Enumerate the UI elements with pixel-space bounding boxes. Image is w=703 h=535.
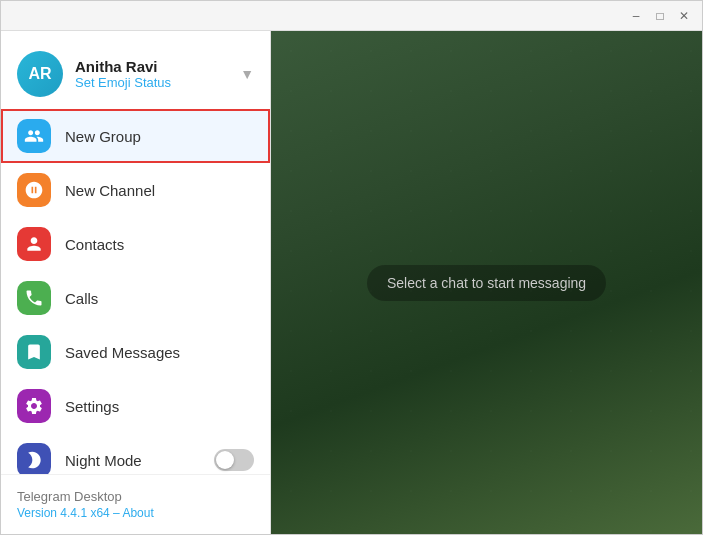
- saved-messages-label: Saved Messages: [65, 344, 254, 361]
- profile-dropdown-chevron[interactable]: ▼: [240, 66, 254, 82]
- night-mode-label: Night Mode: [65, 452, 200, 469]
- profile-info: Anitha Ravi Set Emoji Status: [75, 58, 228, 90]
- calls-icon: [17, 281, 51, 315]
- sidebar-item-contacts[interactable]: Contacts: [1, 217, 270, 271]
- app-content: AR Anitha Ravi Set Emoji Status ▼ New Gr…: [1, 31, 702, 534]
- avatar: AR: [17, 51, 63, 97]
- contacts-icon: [17, 227, 51, 261]
- sidebar-item-new-group[interactable]: New Group: [1, 109, 270, 163]
- chat-placeholder-text: Select a chat to start messaging: [367, 265, 606, 301]
- new-channel-icon: [17, 173, 51, 207]
- new-channel-label: New Channel: [65, 182, 254, 199]
- maximize-button[interactable]: □: [650, 6, 670, 26]
- profile-name: Anitha Ravi: [75, 58, 228, 75]
- menu-list: New Group New Channel Contacts: [1, 109, 270, 474]
- contacts-label: Contacts: [65, 236, 254, 253]
- app-window: – □ ✕ AR Anitha Ravi Set Emoji Status ▼: [0, 0, 703, 535]
- night-mode-icon: [17, 443, 51, 474]
- app-name-label: Telegram Desktop: [17, 489, 254, 504]
- night-mode-toggle[interactable]: [214, 449, 254, 471]
- version-info: Version 4.4.1 x64 – About: [17, 506, 254, 520]
- sidebar-item-saved-messages[interactable]: Saved Messages: [1, 325, 270, 379]
- settings-icon: [17, 389, 51, 423]
- close-button[interactable]: ✕: [674, 6, 694, 26]
- sidebar-footer: Telegram Desktop Version 4.4.1 x64 – Abo…: [1, 474, 270, 534]
- sidebar-item-new-channel[interactable]: New Channel: [1, 163, 270, 217]
- set-emoji-status-link[interactable]: Set Emoji Status: [75, 75, 228, 90]
- settings-label: Settings: [65, 398, 254, 415]
- new-group-icon: [17, 119, 51, 153]
- profile-section: AR Anitha Ravi Set Emoji Status ▼: [1, 31, 270, 109]
- saved-messages-icon: [17, 335, 51, 369]
- titlebar: – □ ✕: [1, 1, 702, 31]
- minimize-button[interactable]: –: [626, 6, 646, 26]
- about-link[interactable]: About: [122, 506, 153, 520]
- calls-label: Calls: [65, 290, 254, 307]
- sidebar: AR Anitha Ravi Set Emoji Status ▼ New Gr…: [1, 31, 271, 534]
- main-chat-area: Select a chat to start messaging: [271, 31, 702, 534]
- sidebar-item-settings[interactable]: Settings: [1, 379, 270, 433]
- new-group-label: New Group: [65, 128, 254, 145]
- sidebar-item-calls[interactable]: Calls: [1, 271, 270, 325]
- sidebar-item-night-mode[interactable]: Night Mode: [1, 433, 270, 474]
